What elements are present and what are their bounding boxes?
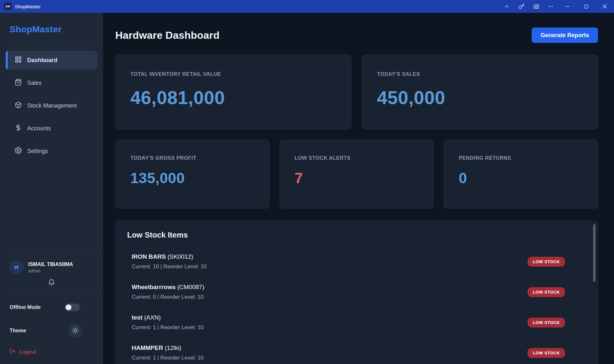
logout-button[interactable]: Logout xyxy=(0,348,103,356)
sidebar-item-settings[interactable]: Settings xyxy=(6,142,97,160)
item-detail: Current: 10 | Reorder Level: 10 xyxy=(132,263,207,270)
sun-icon xyxy=(72,327,78,335)
package-icon xyxy=(15,101,22,110)
sidebar-item-label: Settings xyxy=(27,148,48,155)
chevron-up-icon[interactable] xyxy=(499,0,514,13)
titlebar-left: SM ShopMaster xyxy=(0,3,41,10)
gear-icon xyxy=(15,147,22,156)
theme-label: Theme xyxy=(10,328,26,334)
app-title: ShopMaster xyxy=(15,4,41,9)
sidebar-item-dashboard[interactable]: Dashboard xyxy=(6,51,97,69)
sidebar-item-label: Stock Management xyxy=(27,102,77,109)
titlebar: SM ShopMaster xyxy=(0,0,614,13)
offline-mode-toggle[interactable] xyxy=(65,303,80,311)
low-stock-item: Wheelbarrrows (CM0087) Current: 0 | Reor… xyxy=(132,277,577,307)
item-name: IRON BARS xyxy=(132,253,166,260)
sidebar: ShopMaster Dashboard Sales Stock Managem… xyxy=(0,13,103,364)
low-stock-item: IRON BARS (SK0012) Current: 10 | Reorder… xyxy=(132,247,577,277)
sidebar-item-accounts[interactable]: Accounts xyxy=(6,119,97,138)
stat-label: LOW STOCK ALERTS xyxy=(295,155,419,161)
theme-toggle-button[interactable] xyxy=(69,324,82,337)
logout-icon xyxy=(10,348,15,356)
user-role: admin xyxy=(28,268,73,273)
stats-row-large: TOTAL INVENTORY RETAIL VALUE 46,081,000 … xyxy=(115,54,598,130)
main-content: Hardware Dashboard Generate Reports TOTA… xyxy=(103,13,614,364)
page-title: Hardware Dashboard xyxy=(115,29,219,41)
sidebar-item-sales[interactable]: Sales xyxy=(6,74,97,92)
sidebar-item-label: Dashboard xyxy=(27,57,57,64)
item-detail: Current: 0 | Reorder Level: 10 xyxy=(132,294,204,300)
low-stock-panel: Low Stock Items IRON BARS (SK0012) Curre… xyxy=(115,221,598,364)
stat-card-todays-sales: TODAY'S SALES 450,000 xyxy=(362,54,598,130)
divider xyxy=(7,294,96,294)
toggle-knob xyxy=(66,304,71,310)
user-section: IT ISMAIL TIBASIIMA admin xyxy=(0,253,103,294)
key-icon[interactable] xyxy=(514,0,529,13)
titlebar-controls xyxy=(499,0,614,13)
bell-icon[interactable] xyxy=(48,279,55,287)
minimize-button[interactable] xyxy=(558,0,577,13)
item-detail: Current: 1 | Reorder Level: 10 xyxy=(132,355,204,361)
stat-card-total-inventory: TOTAL INVENTORY RETAIL VALUE 46,081,000 xyxy=(115,54,351,130)
low-stock-badge: LOW STOCK xyxy=(528,318,565,328)
logout-label: Logout xyxy=(19,349,36,355)
sidebar-item-label: Sales xyxy=(27,80,42,86)
stat-label: PENDING RETURNS xyxy=(459,155,583,161)
stat-card-low-stock-alerts: LOW STOCK ALERTS 7 xyxy=(280,140,434,209)
maximize-button[interactable] xyxy=(577,0,595,13)
stat-value: 450,000 xyxy=(377,87,583,108)
app-logo: SM xyxy=(4,3,12,10)
low-stock-item: HAMMPER (12lki) Current: 1 | Reorder Lev… xyxy=(132,338,577,364)
generate-reports-button[interactable]: Generate Reports xyxy=(532,28,598,43)
scrollbar-track[interactable] xyxy=(593,223,596,364)
dollar-icon xyxy=(15,124,22,133)
more-options-icon[interactable] xyxy=(544,0,558,13)
low-stock-badge: LOW STOCK xyxy=(528,257,565,267)
stat-label: TODAY'S SALES xyxy=(377,71,583,77)
app-window-icon[interactable] xyxy=(529,0,544,13)
app-shell: ShopMaster Dashboard Sales Stock Managem… xyxy=(0,13,614,364)
sidebar-brand: ShopMaster xyxy=(0,13,103,45)
low-stock-badge: LOW STOCK xyxy=(528,348,565,358)
item-code: (12lki) xyxy=(165,344,181,351)
low-stock-list: IRON BARS (SK0012) Current: 10 | Reorder… xyxy=(127,247,586,364)
sidebar-item-stock-management[interactable]: Stock Management xyxy=(6,96,97,115)
stats-row-small: TODAY'S GROSS PROFIT 135,000 LOW STOCK A… xyxy=(115,140,598,209)
item-name: Wheelbarrrows xyxy=(132,284,176,290)
stat-card-gross-profit: TODAY'S GROSS PROFIT 135,000 xyxy=(115,140,270,209)
sidebar-item-label: Accounts xyxy=(27,125,51,132)
item-code: (AXN) xyxy=(144,314,161,321)
low-stock-badge: LOW STOCK xyxy=(528,287,565,297)
stat-card-pending-returns: PENDING RETURNS 0 xyxy=(444,140,598,209)
user-name: ISMAIL TIBASIIMA xyxy=(28,262,73,267)
stat-label: TOTAL INVENTORY RETAIL VALUE xyxy=(130,71,336,77)
sidebar-nav: Dashboard Sales Stock Management Account… xyxy=(0,45,103,165)
stat-value: 46,081,000 xyxy=(130,87,336,108)
avatar: IT xyxy=(10,260,24,274)
low-stock-title: Low Stock Items xyxy=(127,231,586,239)
offline-mode-label: Offline Mode xyxy=(10,304,41,310)
stat-value: 135,000 xyxy=(130,169,255,187)
item-code: (SK0012) xyxy=(168,253,193,260)
stat-label: TODAY'S GROSS PROFIT xyxy=(130,155,255,161)
item-detail: Current: 1 | Reorder Level: 10 xyxy=(132,324,204,331)
close-button[interactable] xyxy=(595,0,614,13)
grid-icon xyxy=(15,56,22,65)
stat-value: 7 xyxy=(295,169,419,187)
low-stock-item: test (AXN) Current: 1 | Reorder Level: 1… xyxy=(132,307,577,338)
stat-value: 0 xyxy=(459,169,583,187)
item-name: test xyxy=(132,314,143,321)
scrollbar-thumb[interactable] xyxy=(593,224,595,282)
shopping-bag-icon xyxy=(15,79,22,87)
item-name: HAMMPER xyxy=(132,344,163,351)
item-code: (CM0087) xyxy=(177,284,204,290)
